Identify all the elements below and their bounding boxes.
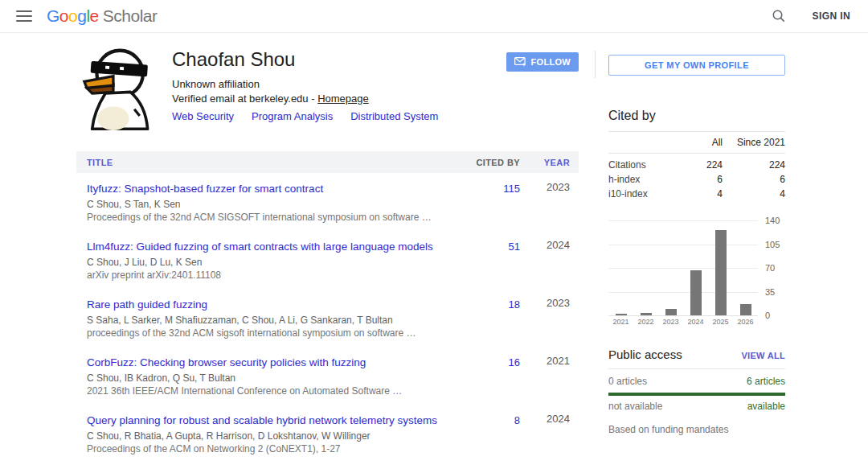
publication-year: 2024 <box>520 413 570 425</box>
citations-chart-plot <box>608 220 758 315</box>
chart-gridline <box>608 220 758 221</box>
publication-authors: C Shou, R Bhatia, A Gupta, R Harrison, D… <box>87 430 451 442</box>
publication-title-link[interactable]: CorbFuzz: Checking browser security poli… <box>87 356 366 369</box>
chart-bar[interactable] <box>616 314 627 315</box>
cited-by-metric-row: h-index66 <box>608 172 785 187</box>
chart-bar[interactable] <box>641 313 652 315</box>
publication-venue: proceedings of the 32nd ACM sigsoft inte… <box>87 327 451 339</box>
chart-gridline <box>608 315 758 316</box>
publication-cited-by: 51 <box>464 239 520 253</box>
cited-by-count-link[interactable]: 8 <box>514 414 520 426</box>
sort-by-year[interactable]: YEAR <box>520 158 570 167</box>
publication-title-link[interactable]: Rare path guided fuzzing <box>87 298 207 311</box>
profile-name: Chaofan Shou <box>172 48 506 71</box>
sign-in-button[interactable]: SIGN IN <box>813 10 850 22</box>
cited-by-count-link[interactable]: 51 <box>509 241 520 253</box>
publication-year: 2023 <box>520 181 570 193</box>
chart-ytick-label: 0 <box>765 311 770 320</box>
sort-by-citations[interactable]: CITED BY <box>464 158 520 167</box>
get-my-own-profile-button[interactable]: GET MY OWN PROFILE <box>608 55 785 76</box>
chart-xtick-label: 2024 <box>683 318 708 326</box>
publication-year: 2024 <box>520 239 570 251</box>
publication-row: CorbFuzz: Checking browser security poli… <box>76 347 579 405</box>
interest-link[interactable]: Distributed System <box>350 110 438 122</box>
metric-since-value: 224 <box>723 159 785 171</box>
publication-cited-by: 16 <box>464 355 520 369</box>
topbar: Google Scholar SIGN IN <box>0 0 868 33</box>
publication-authors: C Shou, J Liu, D Lu, K Sen <box>87 256 451 269</box>
citations-chart-yaxis: 03570105140 <box>758 220 785 315</box>
profile-header: Chaofan Shou Unknown affiliation Verifie… <box>76 46 579 130</box>
publication-title-link[interactable]: Ityfuzz: Snapshot-based fuzzer for smart… <box>87 182 323 195</box>
metric-label[interactable]: h-index <box>608 174 674 185</box>
chart-xtick-label: 2021 <box>608 318 633 326</box>
public-access-progress-bar <box>608 393 785 396</box>
menu-icon[interactable] <box>16 10 32 22</box>
logo-google-wordmark: Google <box>47 6 99 26</box>
chart-ytick-label: 70 <box>765 263 775 273</box>
chart-ytick-label: 105 <box>765 240 780 249</box>
metric-all-value: 4 <box>674 188 723 200</box>
logo-scholar-text: Scholar <box>103 6 158 26</box>
publication-main: Rare path guided fuzzingS Saha, L Sarker… <box>87 297 464 339</box>
publication-row: Ityfuzz: Snapshot-based fuzzer for smart… <box>76 173 579 231</box>
profile-avatar[interactable] <box>76 46 161 130</box>
metric-all-value: 6 <box>674 174 723 185</box>
publication-row: Unveiling collusion-based ad attribution… <box>76 463 579 469</box>
google-scholar-logo[interactable]: Google Scholar <box>47 6 157 26</box>
cited-by-count-link[interactable]: 115 <box>503 183 520 195</box>
metric-label[interactable]: Citations <box>608 159 674 171</box>
cited-by-col-all: All <box>674 137 723 148</box>
logo-letter: G <box>47 6 59 25</box>
cited-by-col-since: Since 2021 <box>723 137 785 148</box>
publication-main: CorbFuzz: Checking browser security poli… <box>87 355 464 397</box>
logo-letter: e <box>90 6 99 25</box>
metric-label[interactable]: i10-index <box>608 188 674 200</box>
profile-verified-email: Verified email at berkeley.edu - Homepag… <box>172 93 506 105</box>
publication-row: Llm4fuzz: Guided fuzzing of smart contra… <box>76 231 579 289</box>
search-icon[interactable] <box>769 6 788 26</box>
public-access-right-label: available <box>747 401 785 412</box>
publication-title-link[interactable]: Llm4fuzz: Guided fuzzing of smart contra… <box>87 240 433 253</box>
publication-authors: C Shou, IB Kadron, Q Su, T Bultan <box>87 372 451 385</box>
publication-row: Query planning for robust and scalable h… <box>76 405 579 463</box>
cited-by-columns: All Since 2021 <box>608 131 785 154</box>
publication-title-link[interactable]: Query planning for robust and scalable h… <box>87 413 437 427</box>
publication-main: Query planning for robust and scalable h… <box>87 413 464 455</box>
view-all-link[interactable]: VIEW ALL <box>741 351 785 360</box>
cited-by-metric-row: i10-index44 <box>608 187 785 201</box>
interest-link[interactable]: Program Analysis <box>252 110 333 122</box>
logo-letter: o <box>68 6 77 25</box>
cited-by-count-link[interactable]: 18 <box>509 298 520 311</box>
publication-year: 2023 <box>520 297 570 309</box>
sort-by-title[interactable]: TITLE <box>87 158 464 167</box>
public-access-title: Public access <box>608 348 741 361</box>
publication-authors: S Saha, L Sarker, M Shafiuzzaman, C Shou… <box>87 314 451 327</box>
publication-year: 2021 <box>520 355 570 367</box>
publication-cited-by: 18 <box>464 297 520 311</box>
homepage-link[interactable]: Homepage <box>317 93 369 105</box>
publications-table-header: TITLE CITED BY YEAR <box>76 151 579 173</box>
chart-bar[interactable] <box>740 304 751 315</box>
cited-by-count-link[interactable]: 16 <box>509 356 520 368</box>
publication-main: Ityfuzz: Snapshot-based fuzzer for smart… <box>87 181 464 224</box>
chart-bar[interactable] <box>665 309 677 315</box>
publication-venue: arXiv preprint arXiv:2401.11108 <box>87 269 451 282</box>
citations-chart-xaxis: 202120222023202420252026 <box>608 318 758 326</box>
public-access-right-count: 6 articles <box>747 376 785 387</box>
follow-button[interactable]: FOLLOW <box>506 52 579 72</box>
citations-chart: 03570105140 202120222023202420252026 <box>608 220 785 326</box>
chart-xtick-label: 2022 <box>633 318 658 326</box>
chart-bar[interactable] <box>690 270 702 315</box>
public-access-left-count: 0 articles <box>608 376 747 387</box>
logo-letter: o <box>59 6 68 25</box>
verified-email-text: Verified email at berkeley.edu - <box>172 93 317 105</box>
chart-xtick-label: 2023 <box>658 318 683 326</box>
public-access-note: Based on funding mandates <box>608 424 785 435</box>
publication-venue: Proceedings of the ACM on Networking 2 (… <box>87 442 451 455</box>
chart-bar[interactable] <box>715 230 727 315</box>
interest-link[interactable]: Web Security <box>172 110 234 122</box>
cited-by-title: Cited by <box>608 109 785 131</box>
publication-venue: 2021 36th IEEE/ACM International Confere… <box>87 385 451 397</box>
column-divider <box>595 51 596 78</box>
